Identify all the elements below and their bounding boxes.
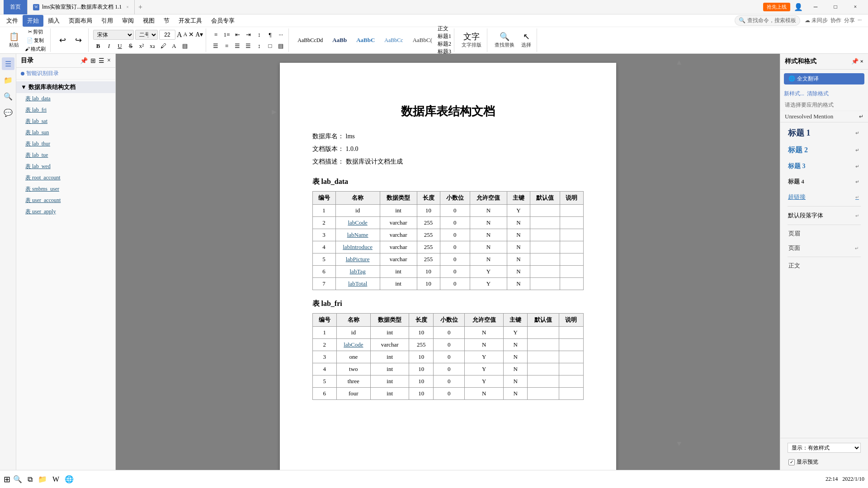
toc-sidebar-icon[interactable]: ☰	[2, 57, 14, 70]
sort-button[interactable]: ↕	[254, 30, 264, 40]
style-page-apply-icon[interactable]: ↵	[854, 245, 860, 251]
style-item-h1[interactable]: 标题 1 ↵	[784, 125, 864, 141]
taskbar-task-view-icon[interactable]: ⧉	[28, 475, 33, 483]
menu-home[interactable]: 开始	[23, 15, 43, 27]
close-button[interactable]: ×	[846, 0, 864, 14]
toc-link-lab-sun[interactable]: 表 lab_sun	[25, 129, 49, 136]
unresolved-apply-icon[interactable]: ↵	[859, 113, 863, 120]
menu-developer[interactable]: 开发工具	[174, 15, 207, 27]
font-size-name-select[interactable]: 二号	[135, 30, 158, 40]
sidebar-list-icon[interactable]: ☰	[99, 57, 104, 65]
preview-checkbox[interactable]: ✓	[788, 459, 795, 465]
tab-close-icon[interactable]: ×	[126, 5, 129, 9]
quick-style-h1[interactable]: AaBb	[328, 35, 351, 45]
align-right-button[interactable]: ☰	[232, 41, 242, 51]
cut-button[interactable]: ✂ 剪切	[23, 28, 47, 36]
maximize-button[interactable]: □	[826, 0, 844, 14]
toc-item-lab-wed[interactable]: 表 lab_wed	[16, 161, 115, 172]
menu-view[interactable]: 视图	[138, 15, 159, 27]
style-item-body[interactable]: 正文	[784, 260, 864, 272]
taskbar-search-icon[interactable]: 🔍	[13, 475, 22, 483]
menu-layout[interactable]: 页面布局	[64, 15, 97, 27]
taskbar-wps-icon[interactable]: W	[52, 475, 59, 483]
toc-link-lab-thur[interactable]: 表 lab_thur	[25, 140, 50, 148]
style-h4-apply-icon[interactable]: ↵	[854, 178, 860, 185]
select-button[interactable]: ↖ 选择	[519, 32, 534, 49]
toc-link-smbms-user[interactable]: 表 smbms_user	[25, 185, 59, 193]
shading2-button[interactable]: ▤	[276, 41, 286, 51]
toc-item-lab-tue[interactable]: 表 lab_tue	[16, 150, 115, 161]
toc-link-lab-wed[interactable]: 表 lab_wed	[25, 163, 51, 170]
style-h1-apply-icon[interactable]: ↵	[854, 130, 860, 136]
format-painter-button[interactable]: 🖌 格式刷	[23, 45, 47, 53]
indent-decrease-button[interactable]: ⇤	[232, 30, 242, 40]
text-color-picker-button[interactable]: A▾	[195, 31, 203, 38]
ordered-list-button[interactable]: 1≡	[222, 30, 231, 40]
toc-link-lab-sat[interactable]: 表 lab_sat	[25, 117, 47, 125]
toc-item-lab-sat[interactable]: 表 lab_sat	[16, 116, 115, 127]
menu-section[interactable]: 节	[159, 15, 174, 27]
undo-button[interactable]: ↩	[55, 35, 70, 45]
toc-link-user-account[interactable]: 表 user_account	[25, 197, 61, 204]
more-icon[interactable]: ···	[858, 17, 862, 24]
align-justify-button[interactable]: ☰	[243, 41, 253, 51]
toc-root-item[interactable]: ▼ 数据库表结构文档	[16, 81, 115, 93]
subscript-button[interactable]: x₂	[147, 41, 157, 51]
windows-start-icon[interactable]: ⊞	[4, 474, 10, 484]
user-avatar-icon[interactable]: 👤	[794, 3, 803, 11]
style-item-default-para[interactable]: 默认段落字体 ↵	[784, 209, 864, 222]
taskbar-chrome-icon[interactable]: 🌐	[65, 475, 74, 483]
para-more-button[interactable]: ···	[276, 30, 286, 40]
sidebar-close-icon[interactable]: ×	[107, 57, 111, 65]
toc-link-lab-fri[interactable]: 表 lab_fri	[25, 106, 47, 114]
italic-button[interactable]: I	[104, 41, 114, 51]
border-button[interactable]: □	[265, 41, 275, 51]
line-spacing-button[interactable]: ↕	[254, 41, 264, 51]
align-left-button[interactable]: ☰	[211, 41, 221, 51]
font-name-select[interactable]: 宋体	[93, 30, 134, 40]
font-grow-button[interactable]: A	[177, 31, 182, 39]
toc-link-root-account[interactable]: 表 root_account	[25, 174, 61, 182]
upgrade-badge[interactable]: 抢先上线	[763, 3, 790, 11]
align-center-button[interactable]: ≡	[222, 41, 231, 51]
menu-reference[interactable]: 引用	[97, 15, 118, 27]
copy-button[interactable]: 📄 复制	[23, 37, 47, 44]
toc-item-lab-sun[interactable]: 表 lab_sun	[16, 127, 115, 138]
panel-pin-icon[interactable]: 📌	[851, 58, 859, 65]
scroll-up-arrow[interactable]: ▲	[675, 58, 683, 66]
menu-member[interactable]: 会员专享	[207, 15, 239, 27]
toc-item-lab-fri[interactable]: 表 lab_fri	[16, 104, 115, 116]
tab-home[interactable]: 首页	[4, 0, 28, 14]
search-sidebar-icon[interactable]: 🔍	[2, 90, 14, 103]
show-styles-select[interactable]: 显示：有效样式	[788, 443, 861, 453]
toc-item-lab-data[interactable]: 表 lab_data	[16, 93, 115, 104]
collab-icon[interactable]: 协作	[830, 17, 841, 24]
find-button[interactable]: 🔍 查找替换	[492, 32, 517, 49]
strikethrough-button[interactable]: S̶	[126, 41, 136, 51]
text-style-button[interactable]: 文字 文字排版	[459, 32, 484, 49]
new-style-button[interactable]: 新样式...	[784, 90, 804, 98]
shading-button[interactable]: ▤	[180, 41, 190, 51]
menu-review[interactable]: 审阅	[118, 15, 138, 27]
comment-sidebar-icon[interactable]: 💬	[2, 106, 14, 119]
files-sidebar-icon[interactable]: 📁	[2, 74, 14, 86]
style-item-link[interactable]: 超链接 ↵	[784, 191, 864, 203]
translate-button[interactable]: 🌐 全文翻译	[784, 73, 864, 84]
style-item-h4[interactable]: 标题 4 ↵	[784, 175, 864, 188]
toc-item-smbms-user[interactable]: 表 smbms_user	[16, 183, 115, 195]
quick-style-h3[interactable]: AaBbCc	[380, 36, 407, 45]
highlight-button[interactable]: 🖊	[158, 41, 168, 51]
font-color-button[interactable]: A	[169, 41, 179, 51]
document-area[interactable]: ▲ ▶ 数据库表结构文档 数据库名： lms 文档版本： 1.0.0 文档描述：…	[116, 54, 780, 470]
ribbon-search-bar[interactable]: 🔍 查找命令，搜索模板	[735, 15, 800, 26]
toc-link-user-apply[interactable]: 表 user_apply	[25, 208, 56, 216]
minimize-button[interactable]: ─	[807, 0, 825, 14]
clear-format-button[interactable]: ✕	[189, 31, 194, 38]
toc-link-lab-tue[interactable]: 表 lab_tue	[25, 151, 48, 159]
tab-document[interactable]: W lms实验室预订...数据库表文档 1.1 ×	[28, 0, 135, 14]
tab-add-button[interactable]: +	[135, 3, 146, 11]
sidebar-pin-icon[interactable]: 📌	[80, 57, 88, 65]
toc-item-user-account[interactable]: 表 user_account	[16, 195, 115, 206]
show-marks-button[interactable]: ¶	[265, 30, 275, 40]
unordered-list-button[interactable]: ≡	[211, 30, 221, 40]
